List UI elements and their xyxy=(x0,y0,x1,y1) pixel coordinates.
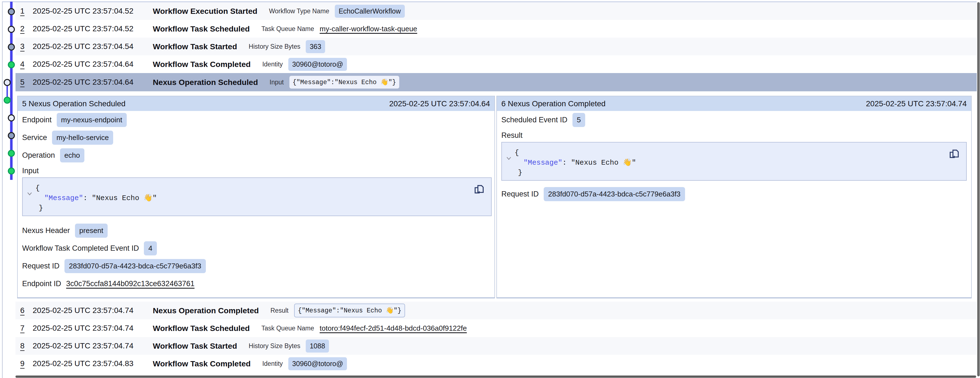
timeline-dot-light xyxy=(8,115,14,121)
panel-field-label: Result xyxy=(501,131,523,140)
event-name: Workflow Task Started xyxy=(153,42,237,51)
event-field-label: Identity xyxy=(262,360,283,367)
panel-field-value: my-hello-service xyxy=(52,131,113,145)
event-name: Nexus Operation Scheduled xyxy=(153,78,258,87)
event-timestamp: 2025-02-25 UTC 23:57:04.52 xyxy=(33,6,134,16)
panel-timestamp: 2025-02-25 UTC 23:57:04.64 xyxy=(389,99,490,108)
timeline-dot-green xyxy=(8,150,14,156)
panel-field-label: Endpoint xyxy=(22,116,52,124)
timeline-dot-light xyxy=(4,80,10,86)
event-timestamp: 2025-02-25 UTC 23:57:04.54 xyxy=(33,42,134,51)
panel-nexus-operation-scheduled: 5 Nexus Operation Scheduled 2025-02-25 U… xyxy=(17,96,495,298)
event-timestamp: 2025-02-25 UTC 23:57:04.74 xyxy=(33,324,134,333)
event-id-link[interactable]: 2 xyxy=(20,24,27,33)
json-close-brace: } xyxy=(502,167,966,177)
panel-field: Request ID 283fd070-d57a-4423-bdca-c5c77… xyxy=(501,185,971,203)
panel-field-label: Operation xyxy=(22,151,55,159)
horizontal-scrollbar[interactable] xyxy=(16,375,976,378)
event-field-link[interactable]: my-caller-workflow-task-queue xyxy=(320,25,417,33)
event-timestamp: 2025-02-25 UTC 23:57:04.64 xyxy=(33,78,134,87)
event-name: Workflow Task Completed xyxy=(153,60,251,69)
timeline-dot-green xyxy=(8,168,14,174)
event-field-label: Input xyxy=(269,78,283,86)
event-field-label: Identity xyxy=(262,61,283,68)
event-id-link[interactable]: 4 xyxy=(20,60,27,69)
timeline-dot-gray xyxy=(8,9,14,15)
panel-field: Operation echo xyxy=(22,147,495,164)
panel-timestamp: 2025-02-25 UTC 23:57:04.74 xyxy=(866,99,967,108)
timeline-dot-green xyxy=(8,62,14,68)
panel-field-value: 4 xyxy=(144,241,157,255)
chevron-down-icon[interactable] xyxy=(26,190,33,199)
event-field-label: History Size Bytes xyxy=(249,342,301,350)
json-viewer: { "Message": "Nexus Echo 👋" } xyxy=(501,142,967,181)
event-id-link[interactable]: 1 xyxy=(20,6,27,16)
event-row[interactable]: 6 2025-02-25 UTC 23:57:04.74 Nexus Opera… xyxy=(16,301,977,319)
timeline-dot-gray xyxy=(8,44,14,50)
event-timeline-graph xyxy=(0,0,17,188)
event-id-link[interactable]: 5 xyxy=(20,78,27,87)
event-row[interactable]: 7 2025-02-25 UTC 23:57:04.74 Workflow Ta… xyxy=(16,319,977,337)
chevron-down-icon[interactable] xyxy=(505,155,512,164)
event-row[interactable]: 1 2025-02-25 UTC 23:57:04.52 Workflow Ex… xyxy=(16,2,977,20)
panel-field-label: Input xyxy=(22,167,39,175)
event-name: Workflow Execution Started xyxy=(153,6,257,16)
event-timestamp: 2025-02-25 UTC 23:57:04.83 xyxy=(33,359,134,368)
event-row[interactable]: 3 2025-02-25 UTC 23:57:04.54 Workflow Ta… xyxy=(16,38,977,55)
copy-icon[interactable] xyxy=(948,147,961,159)
json-value: : "Nexus Echo 👋" xyxy=(83,194,157,202)
panel-body: Scheduled Event ID 5 Result { "Message":… xyxy=(497,111,971,203)
event-field-value: 30960@totoro@ xyxy=(288,357,347,370)
panel-field-link[interactable]: 3c0c75ccfa8144b092c13ce632463761 xyxy=(66,279,194,288)
event-name: Workflow Task Completed xyxy=(153,359,251,368)
event-id-link[interactable]: 3 xyxy=(20,42,27,51)
event-id-link[interactable]: 6 xyxy=(20,306,27,315)
panel-field: Scheduled Event ID 5 xyxy=(501,111,971,129)
event-field-value: {"Message":"Nexus Echo 👋"} xyxy=(290,76,399,89)
event-id-link[interactable]: 8 xyxy=(20,341,27,350)
event-id-link[interactable]: 7 xyxy=(20,324,27,333)
panel-field-value: 5 xyxy=(573,113,585,127)
panel-body: Endpoint my-nexus-endpoint Service my-he… xyxy=(18,111,495,292)
panel-title: 5 Nexus Operation Scheduled xyxy=(22,99,126,108)
event-field-value: 1088 xyxy=(306,340,329,352)
event-row[interactable]: 9 2025-02-25 UTC 23:57:04.83 Workflow Ta… xyxy=(16,355,977,372)
event-row[interactable]: 8 2025-02-25 UTC 23:57:04.74 Workflow Ta… xyxy=(16,337,977,355)
code-field: Input { "Message": "Nexus Echo 👋" } xyxy=(22,164,495,216)
event-history-rows-bottom: 6 2025-02-25 UTC 23:57:04.74 Nexus Opera… xyxy=(16,301,977,372)
event-name: Workflow Task Started xyxy=(153,341,237,351)
event-field-label: Result xyxy=(270,307,288,314)
panel-field: Nexus Header present xyxy=(22,222,495,239)
panel-field-label: Request ID xyxy=(501,190,539,198)
panel-field-label: Nexus Header xyxy=(22,226,70,235)
event-row[interactable]: 2 2025-02-25 UTC 23:57:04.52 Workflow Ta… xyxy=(16,20,977,38)
json-open-brace: { xyxy=(502,142,966,158)
panel-field: Endpoint my-nexus-endpoint xyxy=(22,111,495,129)
event-row[interactable]: 5 2025-02-25 UTC 23:57:04.64 Nexus Opera… xyxy=(16,73,977,91)
json-viewer: { "Message": "Nexus Echo 👋" } xyxy=(22,177,492,216)
panel-field: Request ID 283fd070-d57a-4423-bdca-c5c77… xyxy=(22,257,495,275)
event-field-value: 363 xyxy=(306,40,325,53)
event-field-value: {"Message":"Nexus Echo 👋"} xyxy=(294,303,405,317)
vertical-scrollbar[interactable] xyxy=(977,2,980,376)
code-field: Result { "Message": "Nexus Echo 👋" } xyxy=(501,129,971,181)
panel-field-label: Workflow Task Completed Event ID xyxy=(22,244,139,253)
event-row[interactable]: 4 2025-02-25 UTC 23:57:04.64 Workflow Ta… xyxy=(16,55,977,73)
panel-field-label: Service xyxy=(22,133,47,142)
panel-field-label: Request ID xyxy=(22,262,59,270)
panel-field-label: Scheduled Event ID xyxy=(501,116,568,124)
panel-field: Workflow Task Completed Event ID 4 xyxy=(22,239,495,257)
event-name: Workflow Task Scheduled xyxy=(153,24,250,33)
panel-field-value: 283fd070-d57a-4423-bdca-c5c779e6a3f3 xyxy=(544,187,685,201)
event-field-link[interactable]: totoro:f494fecf-2d51-4d48-bdcd-036a0f912… xyxy=(320,324,467,333)
panel-field: Endpoint ID 3c0c75ccfa8144b092c13ce63246… xyxy=(22,275,495,292)
panel-field: Service my-hello-service xyxy=(22,129,495,147)
event-field-label: Task Queue Name xyxy=(261,325,314,332)
timeline-dot-light xyxy=(8,26,14,32)
panel-field-label: Endpoint ID xyxy=(22,279,61,288)
copy-icon[interactable] xyxy=(473,182,485,195)
json-key: "Message" xyxy=(523,159,562,167)
event-id-link[interactable]: 9 xyxy=(20,359,27,368)
panel-field-value: echo xyxy=(60,148,84,163)
event-field-value: EchoCallerWorkflow xyxy=(335,5,405,18)
